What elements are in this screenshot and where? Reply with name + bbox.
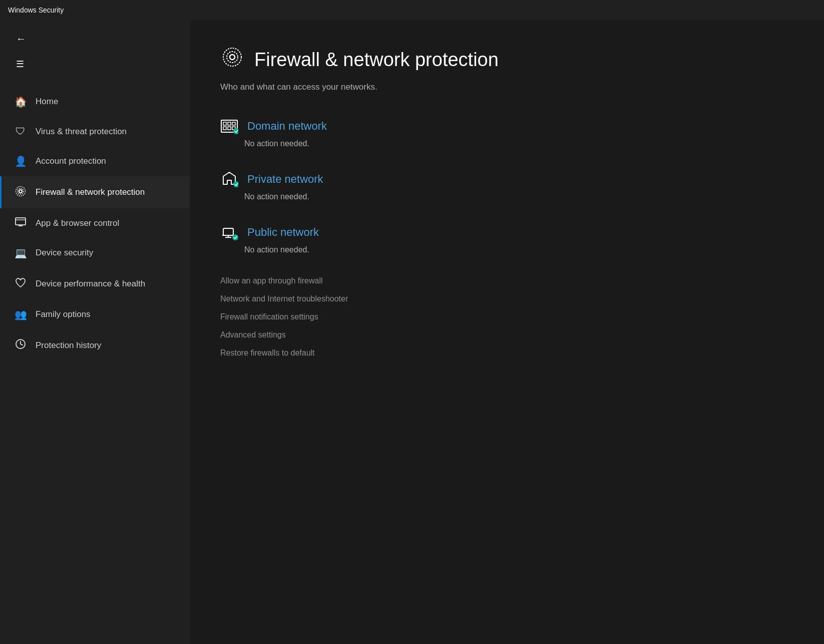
domain-network-icon <box>220 117 238 135</box>
shield-icon: 🛡 <box>14 126 28 137</box>
main-content: Firewall & network protection Who and wh… <box>190 20 824 644</box>
sidebar-item-history-label: Protection history <box>36 341 101 351</box>
sidebar-nav: 🏠 Home 🛡 Virus & threat protection 👤 Acc… <box>0 87 190 361</box>
bottom-links: Allow an app through firewall Network an… <box>220 276 794 358</box>
private-network-card[interactable]: Private network No action needed. <box>220 170 794 201</box>
public-network-card[interactable]: Public network No action needed. <box>220 223 794 254</box>
svg-point-10 <box>223 48 241 66</box>
troubleshooter-link[interactable]: Network and Internet troubleshooter <box>220 294 794 303</box>
sidebar-item-health[interactable]: Device performance & health <box>0 268 190 299</box>
page-header: Firewall & network protection <box>220 45 794 74</box>
menu-button[interactable]: ☰ <box>10 54 180 75</box>
svg-rect-20 <box>223 228 233 235</box>
public-network-header: Public network <box>220 223 794 241</box>
sidebar-item-browser[interactable]: App & browser control <box>0 208 190 238</box>
svg-rect-13 <box>228 122 231 125</box>
back-button[interactable]: ← <box>10 28 180 50</box>
hamburger-icon: ☰ <box>16 59 24 70</box>
svg-rect-14 <box>232 122 235 125</box>
sidebar-item-device-security[interactable]: 💻 Device security <box>0 238 190 268</box>
sidebar-item-account[interactable]: 👤 Account protection <box>0 146 190 176</box>
domain-network-status: No action needed. <box>244 139 794 148</box>
public-network-status: No action needed. <box>244 245 794 254</box>
back-icon: ← <box>16 33 26 45</box>
sidebar-top: ← ☰ <box>0 20 190 83</box>
private-network-icon <box>220 170 238 188</box>
public-network-title[interactable]: Public network <box>247 226 319 239</box>
sidebar: ← ☰ 🏠 Home 🛡 Virus & threat protection 👤… <box>0 20 190 644</box>
family-icon: 👥 <box>14 308 28 320</box>
domain-network-header: Domain network <box>220 117 794 135</box>
domain-network-card[interactable]: Domain network No action needed. <box>220 117 794 148</box>
svg-point-18 <box>233 128 238 134</box>
allow-app-link[interactable]: Allow an app through firewall <box>220 276 794 285</box>
svg-point-9 <box>227 52 238 63</box>
svg-point-0 <box>19 190 22 193</box>
svg-rect-3 <box>16 218 26 225</box>
sidebar-item-virus-label: Virus & threat protection <box>36 127 127 137</box>
private-network-title[interactable]: Private network <box>247 173 323 186</box>
sidebar-item-browser-label: App & browser control <box>36 218 119 228</box>
svg-point-24 <box>232 234 238 240</box>
browser-icon <box>14 217 28 229</box>
account-icon: 👤 <box>14 155 28 167</box>
device-security-icon: 💻 <box>14 247 28 259</box>
svg-rect-15 <box>223 127 226 130</box>
sidebar-item-family[interactable]: 👥 Family options <box>0 299 190 330</box>
sidebar-item-home-label: Home <box>36 97 58 107</box>
private-network-header: Private network <box>220 170 794 188</box>
restore-defaults-link[interactable]: Restore firewalls to default <box>220 349 794 358</box>
app-title: Windows Security <box>8 6 64 14</box>
svg-rect-16 <box>228 127 231 130</box>
sidebar-item-home[interactable]: 🏠 Home <box>0 87 190 117</box>
sidebar-item-virus[interactable]: 🛡 Virus & threat protection <box>0 117 190 146</box>
public-network-icon <box>220 223 238 241</box>
svg-point-19 <box>233 181 238 187</box>
sidebar-item-family-label: Family options <box>36 309 91 319</box>
page-header-icon <box>220 45 244 74</box>
private-network-status: No action needed. <box>244 192 794 201</box>
sidebar-item-health-label: Device performance & health <box>36 279 145 289</box>
domain-network-title[interactable]: Domain network <box>247 120 327 133</box>
titlebar: Windows Security <box>0 0 824 20</box>
page-title: Firewall & network protection <box>254 49 499 71</box>
health-icon <box>14 277 28 290</box>
firewall-icon <box>14 185 28 199</box>
svg-point-1 <box>18 188 24 194</box>
sidebar-item-history[interactable]: Protection history <box>0 330 190 361</box>
home-icon: 🏠 <box>14 96 28 108</box>
sidebar-item-account-label: Account protection <box>36 156 106 166</box>
sidebar-item-device-security-label: Device security <box>36 248 93 258</box>
page-subtitle: Who and what can access your networks. <box>220 82 794 92</box>
sidebar-item-firewall[interactable]: Firewall & network protection <box>0 176 190 208</box>
notification-settings-link[interactable]: Firewall notification settings <box>220 312 794 321</box>
svg-rect-12 <box>223 122 226 125</box>
advanced-settings-link[interactable]: Advanced settings <box>220 331 794 340</box>
svg-point-8 <box>230 55 235 60</box>
sidebar-item-firewall-label: Firewall & network protection <box>36 187 145 197</box>
history-icon <box>14 339 28 352</box>
